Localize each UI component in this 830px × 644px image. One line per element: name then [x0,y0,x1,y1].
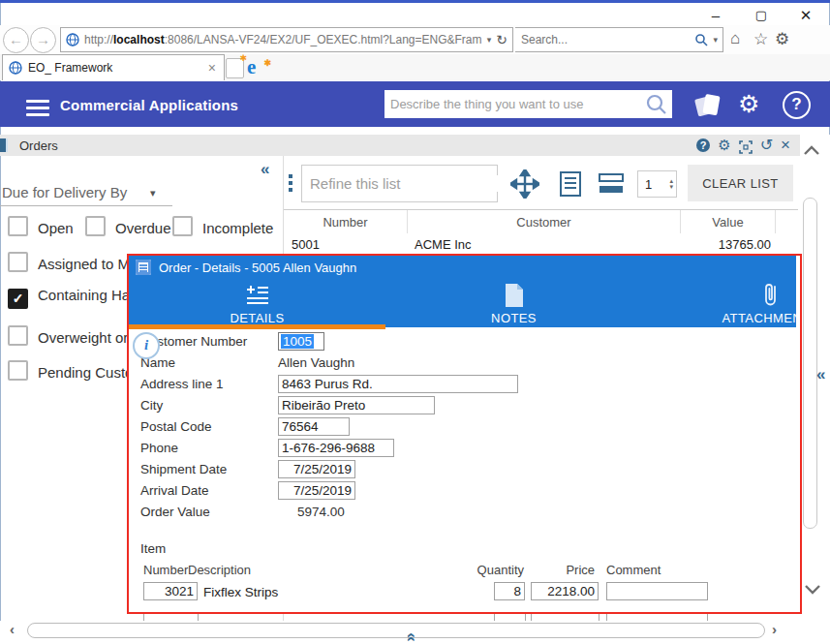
orders-panel-title: Orders [19,138,58,153]
drag-handle-icon[interactable] [289,171,292,195]
tab-eo-framework[interactable]: EO_ Framework × [2,54,225,80]
due-for-delivery-dropdown[interactable]: Due for Delivery By ▾ [2,184,127,201]
panel-resize-icon[interactable] [739,140,753,154]
window-top-border [0,0,830,3]
dropdown-label: Due for Delivery By [2,184,127,200]
browser-search-box[interactable]: ▾ [515,27,723,52]
scroll-up-icon[interactable] [803,144,820,156]
tab-close-icon[interactable]: × [208,60,216,76]
orders-table-header[interactable]: Number Customer Value [284,209,798,235]
tab-globe-icon [9,61,22,75]
column-header-number[interactable]: Number [284,210,408,234]
search-icon[interactable] [694,33,708,46]
checkbox-assigned-to-me[interactable]: Assigned to Me [8,252,138,276]
tools-icon[interactable]: ⚙ [775,29,789,49]
checkbox-label: Assigned to Me [38,256,138,272]
refine-list-input[interactable] [302,175,510,192]
search-caret-icon[interactable]: ▾ [713,35,718,45]
column-header-customer[interactable]: Customer [408,210,681,234]
customer-number-input[interactable]: 1005 [278,332,324,351]
browser-search-input[interactable] [515,33,694,46]
panel-help-icon[interactable]: ? [696,138,710,152]
checkbox-pending-customs[interactable]: Pending Custom [8,360,145,384]
tab-details[interactable]: DETAILS [129,279,385,327]
collapse-bottom-icon[interactable]: « [402,632,421,641]
forward-button[interactable]: → [30,27,56,53]
new-tab-button[interactable] [226,58,244,78]
scroll-down-icon[interactable] [804,584,821,596]
tab-notes[interactable]: NOTES [385,279,642,327]
refine-list-box[interactable] [301,165,498,202]
collapse-sidebar-icon[interactable]: « [261,160,269,179]
move-icon[interactable] [510,169,539,199]
cell-value: 13765.00 [679,233,773,255]
collapse-right-panel-icon[interactable]: « [816,365,825,384]
tab-attachments[interactable]: ATTACHMENTS [642,279,796,327]
field-address1: Address line 1 [140,374,518,393]
scroll-left-icon[interactable]: ‹ [10,621,15,637]
shipment-date-input[interactable] [278,460,355,478]
info-icon[interactable]: i [133,332,160,359]
app-search-input[interactable] [384,97,645,111]
globe-icon [66,33,79,46]
settings-gear-icon[interactable]: ⚙ [738,90,759,118]
checkbox-containing-hazardous[interactable]: ✓Containing Haza [8,289,145,309]
field-label: Name [140,355,278,370]
postal-code-input[interactable] [278,417,350,436]
active-tab-indicator [129,324,385,329]
menu-icon[interactable] [26,96,49,120]
arrival-date-input[interactable] [278,481,355,500]
panel-history-icon[interactable]: ↺ [760,135,773,156]
phone-input[interactable] [278,439,394,457]
address-bar[interactable]: http://localhost:8086/LANSA-VF24/EX2/UF_… [60,27,513,52]
checkbox-incomplete[interactable]: Incomplete [172,216,273,240]
field-name: Name Allen Vaughn [140,353,354,372]
field-label: Shipment Date [140,462,278,476]
item-quantity-input[interactable] [494,582,525,600]
cell-number: 5001 [284,233,407,255]
notes-icon [503,283,526,308]
item-price-input[interactable] [531,582,599,600]
home-icon[interactable]: ⌂ [730,29,740,48]
refresh-icon[interactable]: ↻ [496,32,507,47]
back-button[interactable]: ← [3,27,29,53]
item-section-title: Item [140,541,166,556]
page-stepper[interactable]: 1 ▴▾ [637,170,677,198]
clear-list-button[interactable]: CLEAR LIST [688,165,793,201]
list-scrollbar-thumb[interactable] [803,198,817,529]
checkbox-overdue[interactable]: Overdue [85,216,171,240]
edge-icon[interactable]: e [247,56,268,77]
field-phone: Phone [140,438,394,457]
list-view-icon[interactable] [560,171,581,197]
item-row: Fixflex Strips [129,582,796,603]
tab-label: NOTES [491,311,537,325]
dialog-title-bar[interactable]: Order - Details - 5005 Allen Vaughn [129,256,796,279]
item-number-input[interactable] [143,582,198,600]
horizontal-scrollbar-thumb[interactable] [27,623,765,638]
minimize-button[interactable]: – [705,6,726,25]
checkbox-open[interactable]: Open [8,216,74,240]
dialog-tab-bar: DETAILS NOTES ATTACHMENTS [129,279,796,327]
address1-input[interactable] [278,375,518,393]
favorites-icon[interactable]: ☆ [753,29,768,49]
close-button[interactable]: ✕ [795,6,816,25]
column-header-value[interactable]: Value [681,210,776,234]
maximize-button[interactable]: ▢ [751,6,772,25]
field-postal-code: Postal Code [140,416,350,436]
applications-icon[interactable] [693,92,722,117]
url-dropdown-caret[interactable]: ▾ [487,35,492,45]
row-height-icon[interactable] [598,172,625,196]
panel-close-icon[interactable]: × [781,135,790,156]
city-input[interactable] [278,396,435,414]
help-icon[interactable]: ? [783,91,811,119]
panel-settings-icon[interactable]: ⚙ [718,135,730,156]
step-down-icon[interactable]: ▾ [669,184,673,190]
app-header: Commercial Applications ⚙ ? [0,81,830,127]
app-search-icon[interactable] [645,93,668,116]
table-row[interactable]: 5001 ACME Inc 13765.00 [284,233,798,255]
cell-customer: ACME Inc [407,233,679,255]
scroll-right-icon[interactable]: › [772,621,777,637]
item-comment-input[interactable] [606,582,708,600]
item-col-quantity: Quantity [458,563,524,577]
app-search-box[interactable] [384,90,672,118]
